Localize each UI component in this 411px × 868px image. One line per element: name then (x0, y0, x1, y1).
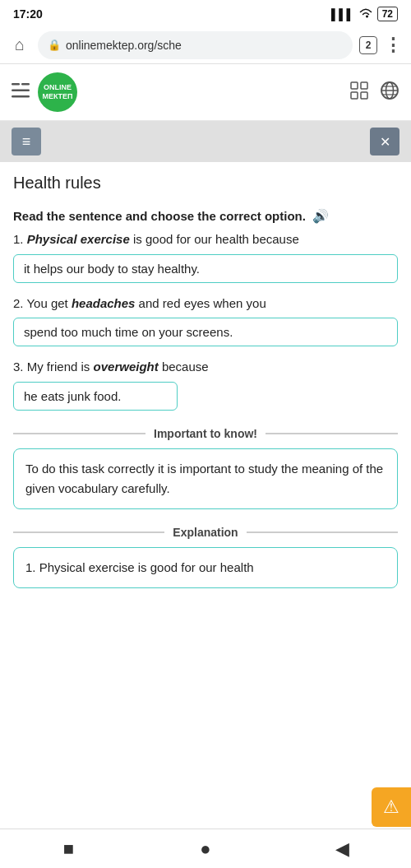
question-2: 2. You get headaches and red eyes when y… (13, 295, 398, 347)
toolbar: ≡ ✕ (0, 121, 411, 162)
logo-line1: ONLINE (44, 83, 72, 92)
svg-rect-1 (12, 89, 30, 91)
url-text: onlinemektep.org/sche (66, 39, 343, 52)
svg-rect-4 (351, 82, 358, 89)
q3-number: 3. My friend is (13, 360, 94, 374)
q2-answer[interactable]: spend too much time on your screens. (13, 318, 398, 346)
explanation-header: Explanation (13, 526, 398, 539)
explanation-box: 1. Physical exercise is good for our hea… (13, 547, 398, 588)
grid-icon[interactable] (350, 81, 368, 104)
battery-indicator: 72 (377, 7, 398, 21)
menu-icon: ≡ (22, 133, 31, 151)
instruction-text: Read the sentence and choose the correct… (13, 209, 306, 223)
tab-count[interactable]: 2 (359, 36, 377, 54)
explanation-content: 1. Physical exercise is good for our hea… (25, 560, 254, 574)
q1-answer-text: it helps our body to stay healthy. (24, 262, 200, 276)
bottom-nav: ■ ● ◀ (0, 829, 411, 868)
status-time: 17:20 (13, 7, 43, 21)
explanation-label: Explanation (173, 526, 238, 539)
header-right (350, 81, 399, 104)
svg-rect-5 (361, 82, 367, 89)
square-icon: ■ (63, 838, 74, 860)
explanation-divider-right (247, 531, 398, 533)
warning-button[interactable]: ⚠ (372, 787, 411, 827)
hamburger-icon[interactable] (12, 83, 30, 102)
q3-suffix: because (159, 360, 209, 374)
svg-rect-0 (12, 83, 20, 86)
browser-menu-icon[interactable]: ⋮ (384, 35, 403, 56)
globe-icon[interactable] (380, 81, 399, 104)
menu-button[interactable]: ≡ (12, 128, 41, 155)
explanation-divider-left (13, 531, 164, 533)
logo[interactable]: ONLINE МЕКТЕП (38, 72, 77, 112)
home-nav-button[interactable]: ● (181, 833, 230, 866)
warning-icon: ⚠ (383, 796, 399, 818)
q3-bold: overweight (94, 360, 159, 374)
question-2-text: 2. You get headaches and red eyes when y… (13, 295, 398, 313)
square-button[interactable]: ■ (44, 833, 93, 866)
question-3: 3. My friend is overweight because he ea… (13, 358, 398, 411)
back-icon: ◀ (335, 838, 349, 860)
q1-answer[interactable]: it helps our body to stay healthy. (13, 254, 398, 283)
important-section-header: Important to know! (13, 427, 398, 440)
question-1: 1. Physical exercise is good for our hea… (13, 230, 398, 283)
explanation-section: Explanation 1. Physical exercise is good… (13, 526, 398, 588)
q2-number: 2. You get (13, 296, 72, 310)
question-1-text: 1. Physical exercise is good for our hea… (13, 230, 398, 249)
divider-left (13, 433, 145, 434)
audio-icon[interactable]: 🔊 (312, 207, 329, 225)
divider-right (266, 433, 398, 434)
svg-rect-6 (351, 92, 358, 99)
status-bar: 17:20 ▌▌▌ 72 (0, 0, 411, 26)
q3-answer[interactable]: he eats junk food. (13, 382, 178, 411)
info-box: To do this task correctly it is importan… (13, 448, 398, 509)
close-icon: ✕ (380, 134, 390, 150)
browser-bar: ⌂ 🔒 onlinemektep.org/sche 2 ⋮ (0, 26, 411, 64)
close-button[interactable]: ✕ (370, 128, 399, 155)
svg-rect-7 (361, 92, 367, 99)
q1-bold: Physical exercise (27, 232, 130, 246)
q2-suffix: and red eyes when you (135, 296, 266, 310)
header-left: ONLINE МЕКТЕП (12, 72, 77, 112)
important-label: Important to know! (154, 427, 257, 440)
wifi-icon (358, 7, 373, 21)
question-3-text: 3. My friend is overweight because (13, 358, 398, 377)
q1-number: 1. (13, 232, 27, 246)
lock-icon: 🔒 (48, 39, 61, 51)
page-title: Health rules (13, 174, 398, 193)
url-bar[interactable]: 🔒 onlinemektep.org/sche (38, 31, 353, 59)
svg-rect-2 (12, 95, 30, 98)
logo-line2: МЕКТЕП (42, 92, 72, 101)
home-icon[interactable]: ⌂ (8, 35, 31, 54)
q2-answer-text: spend too much time on your screens. (24, 325, 233, 339)
main-content: Health rules Read the sentence and choos… (0, 162, 411, 588)
q3-answer-text: he eats junk food. (24, 389, 121, 403)
signal-icon: ▌▌▌ (331, 8, 354, 21)
back-button[interactable]: ◀ (318, 833, 367, 866)
info-box-text: To do this task correctly it is importan… (25, 462, 383, 495)
q2-bold: headaches (72, 296, 136, 310)
svg-rect-3 (21, 83, 30, 86)
instruction: Read the sentence and choose the correct… (13, 207, 398, 225)
site-header: ONLINE МЕКТЕП (0, 64, 411, 121)
q1-suffix: is good for our health because (130, 232, 299, 246)
circle-icon: ● (200, 838, 210, 860)
important-label-text: Important to know! (154, 427, 257, 440)
status-icons: ▌▌▌ 72 (331, 7, 398, 21)
